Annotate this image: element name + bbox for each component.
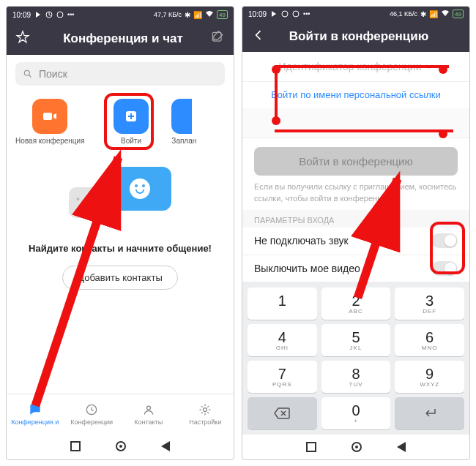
toggle-video[interactable] — [431, 261, 458, 276]
key-0[interactable]: 0+ — [321, 397, 391, 429]
calendar-icon — [171, 99, 192, 134]
tab-bar: Конференция и Конференции Контакты Настр… — [7, 394, 234, 433]
svg-rect-4 — [43, 113, 52, 120]
chat-icon — [28, 402, 42, 417]
wifi-icon — [205, 10, 214, 19]
status-time: 10:09 — [12, 11, 31, 19]
action-row: Новая конференция Войти Заплан — [7, 93, 234, 145]
status-bar: 10:09 ••• 46,1 КБ/с ✱ 📶 49 — [242, 7, 469, 22]
wifi-icon — [441, 10, 450, 18]
key-5[interactable]: 5JKL — [321, 324, 391, 356]
search-input[interactable]: Поиск — [15, 62, 225, 86]
android-nav — [242, 435, 469, 459]
app-header: Конференция и чат — [7, 23, 234, 55]
tab-meet-chat[interactable]: Конференция и — [7, 394, 64, 433]
contacts-icon — [141, 402, 156, 417]
key-2[interactable]: 2ABC — [321, 288, 391, 320]
search-placeholder: Поиск — [39, 68, 67, 80]
android-nav — [7, 433, 234, 459]
new-meeting-button[interactable]: Новая конференция — [10, 99, 91, 145]
nav-back[interactable] — [161, 441, 170, 451]
yandex-icon — [281, 10, 289, 18]
nav-back[interactable] — [397, 442, 406, 452]
join-conference-button[interactable]: Войти в конференцию — [254, 147, 458, 176]
key-enter[interactable] — [395, 397, 464, 429]
key-1[interactable]: 1 — [248, 288, 317, 320]
status-bar: 10:09 ••• 47,7 КБ/с ✱ 📶 49 — [7, 7, 234, 23]
tab-contacts[interactable]: Контакты — [120, 394, 177, 433]
signal-icon: 📶 — [193, 11, 202, 19]
option-audio: Не подключать звук — [242, 228, 469, 255]
plus-icon — [114, 99, 149, 134]
section-label: ПАРАМЕТРЫ ВХОДА — [242, 210, 469, 228]
key-7[interactable]: 7PQRS — [248, 361, 317, 393]
status-time: 10:09 — [248, 10, 267, 18]
signal-icon: 📶 — [429, 10, 438, 18]
bluetooth-icon: ✱ — [185, 11, 190, 19]
phone-right: 10:09 ••• 46,1 КБ/с ✱ 📶 49 Войти в конфе… — [242, 6, 470, 460]
tab-settings[interactable]: Настройки — [177, 394, 234, 433]
compose-icon[interactable] — [210, 30, 225, 48]
key-8[interactable]: 8TUV — [321, 361, 391, 393]
yandex-icon-2 — [56, 11, 64, 18]
key-4[interactable]: 4GHI — [248, 324, 317, 356]
toggle-audio[interactable] — [431, 233, 458, 248]
search-icon — [23, 69, 33, 79]
option-video: Выключить мое видео — [242, 255, 469, 283]
svg-point-1 — [57, 12, 63, 18]
net-speed: 47,7 КБ/с — [154, 11, 182, 18]
chat-illustration — [69, 167, 171, 225]
key-backspace[interactable] — [248, 397, 317, 429]
svg-point-7 — [146, 406, 150, 410]
star-icon[interactable] — [15, 30, 30, 48]
join-button[interactable]: Войти — [91, 99, 172, 145]
meeting-id-input[interactable]: Идентификатор конференции — [242, 52, 469, 82]
nav-home[interactable] — [116, 441, 126, 451]
key-6[interactable]: 6MNO — [395, 324, 464, 356]
svg-point-8 — [204, 407, 207, 411]
header-title: Конференция и чат — [36, 31, 210, 46]
nav-recent[interactable] — [70, 441, 81, 451]
name-input[interactable] — [242, 108, 469, 138]
key-3[interactable]: 3DEF — [395, 288, 464, 320]
camera-icon — [32, 99, 67, 134]
bluetooth-icon: ✱ — [420, 10, 426, 18]
tab-meetings[interactable]: Конференции — [64, 394, 121, 433]
yandex-icon-2 — [292, 10, 300, 18]
yandex-icon — [45, 11, 53, 18]
gear-icon — [198, 402, 212, 417]
svg-point-10 — [282, 11, 288, 17]
hint-text: Если вы получили ссылку с приглашением, … — [242, 181, 469, 210]
numeric-keypad: 1 2ABC 3DEF 4GHI 5JKL 6MNO 7PQRS 8TUV 9W… — [242, 282, 469, 435]
phone-left: 10:09 ••• 47,7 КБ/с ✱ 📶 49 Конференция и… — [6, 6, 234, 460]
promo-text: Найдите контакты и начните общение! — [14, 243, 226, 254]
battery-icon: 49 — [453, 10, 464, 18]
clock-icon — [84, 402, 99, 417]
play-icon — [270, 10, 278, 18]
nav-recent[interactable] — [306, 442, 316, 452]
schedule-button[interactable]: Заплан — [171, 99, 234, 145]
net-speed: 46,1 КБ/с — [390, 10, 417, 18]
svg-point-3 — [24, 70, 29, 75]
personal-link[interactable]: Войти по имени персональной ссылки — [242, 82, 469, 108]
battery-icon: 49 — [217, 10, 228, 19]
key-9[interactable]: 9WXYZ — [395, 361, 464, 393]
nav-home[interactable] — [352, 442, 362, 452]
app-header: Войти в конференцию — [242, 22, 469, 52]
chevron-down-icon — [425, 62, 434, 71]
svg-point-11 — [293, 11, 299, 17]
back-icon[interactable] — [251, 28, 266, 46]
play-icon — [34, 11, 42, 18]
header-title: Войти в конференцию — [272, 29, 446, 44]
add-contacts-button[interactable]: Добавить контакты — [62, 266, 177, 290]
